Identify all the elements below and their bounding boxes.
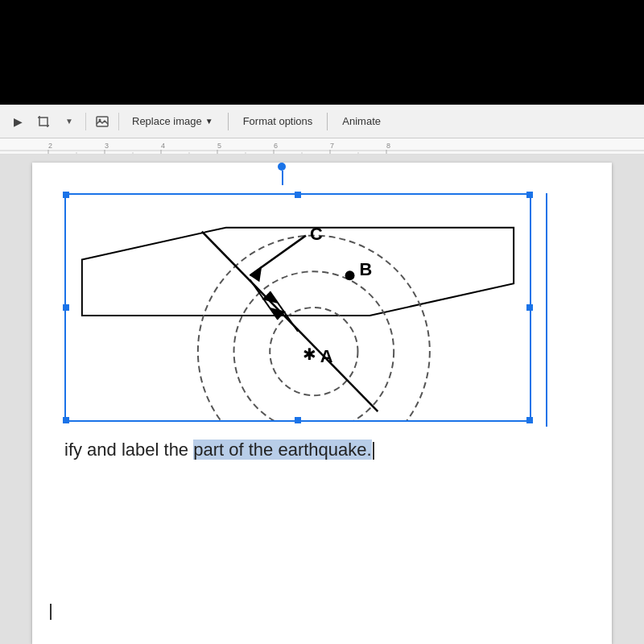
right-selection-line bbox=[546, 193, 547, 427]
handle-mid-bottom[interactable] bbox=[295, 417, 301, 423]
format-options-button[interactable]: Format options bbox=[235, 112, 321, 130]
crop-icon[interactable] bbox=[32, 110, 55, 133]
svg-text:A: A bbox=[320, 346, 333, 366]
text-cursor bbox=[373, 442, 374, 460]
divider-2 bbox=[118, 113, 119, 130]
svg-point-41 bbox=[345, 270, 355, 280]
rotation-handle[interactable] bbox=[278, 163, 286, 171]
screen: ▶ ▼ Replace image ▼ bbox=[0, 0, 644, 644]
svg-text:8: 8 bbox=[386, 142, 390, 150]
animate-label: Animate bbox=[342, 115, 381, 127]
replace-image-arrow: ▼ bbox=[205, 117, 213, 126]
svg-text:6: 6 bbox=[274, 142, 278, 150]
image-icon[interactable] bbox=[91, 110, 114, 133]
text-line1: ify and label the bbox=[64, 440, 193, 460]
separator-1 bbox=[228, 113, 229, 130]
handle-mid-right[interactable] bbox=[526, 304, 533, 311]
text-content-area[interactable]: ify and label the part of the earthquake… bbox=[48, 438, 596, 463]
rotation-handle-line bbox=[282, 171, 283, 185]
selected-image[interactable]: C B ✱ A bbox=[64, 193, 531, 422]
svg-text:4: 4 bbox=[161, 142, 165, 150]
document-area: C B ✱ A ify and label the part of the ea… bbox=[0, 155, 644, 644]
replace-image-button[interactable]: Replace image ▼ bbox=[124, 112, 221, 130]
handle-top-left[interactable] bbox=[63, 192, 69, 198]
handle-bottom-left[interactable] bbox=[63, 417, 69, 423]
handle-top-right[interactable] bbox=[526, 192, 533, 198]
text-insertion-cursor bbox=[50, 604, 52, 620]
earthquake-diagram: C B ✱ A bbox=[66, 195, 530, 420]
svg-text:3: 3 bbox=[105, 142, 109, 150]
handle-bottom-right[interactable] bbox=[526, 417, 533, 423]
crop-arrow-icon[interactable]: ▼ bbox=[58, 110, 80, 133]
handle-mid-left[interactable] bbox=[63, 304, 69, 311]
ruler: 2 3 4 5 6 7 8 bbox=[0, 138, 644, 155]
handle-mid-top[interactable] bbox=[295, 192, 301, 198]
nav-back-icon[interactable]: ▶ bbox=[6, 110, 29, 133]
black-top-bar bbox=[0, 0, 644, 105]
divider-1 bbox=[85, 113, 86, 130]
separator-2 bbox=[327, 113, 328, 130]
animate-button[interactable]: Animate bbox=[334, 112, 389, 130]
svg-text:C: C bbox=[310, 224, 323, 244]
svg-text:5: 5 bbox=[217, 142, 221, 150]
replace-image-label: Replace image bbox=[132, 115, 202, 127]
svg-rect-0 bbox=[39, 118, 47, 126]
toolbar: ▶ ▼ Replace image ▼ bbox=[0, 105, 644, 138]
svg-text:7: 7 bbox=[330, 142, 334, 150]
text-highlighted: part of the earthquake. bbox=[193, 440, 371, 460]
format-options-label: Format options bbox=[243, 115, 313, 127]
svg-text:2: 2 bbox=[48, 142, 52, 150]
svg-text:B: B bbox=[359, 259, 372, 279]
document-page: C B ✱ A ify and label the part of the ea… bbox=[32, 163, 612, 644]
svg-text:✱: ✱ bbox=[303, 345, 316, 363]
